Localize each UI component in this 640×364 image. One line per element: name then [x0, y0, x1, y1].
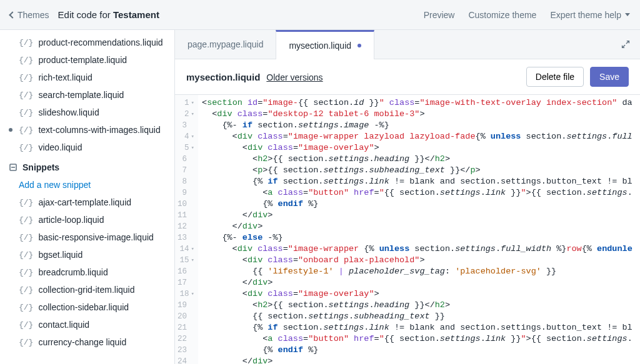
file-item[interactable]: {/}article-loop.liquid	[0, 211, 174, 229]
line-number: 19	[178, 300, 194, 311]
code-line[interactable]: {%- if section.settings.image -%}	[202, 120, 640, 131]
code-file-icon: {/}	[19, 56, 33, 65]
file-item[interactable]: {/}basic-responsive-image.liquid	[0, 229, 174, 246]
code-line[interactable]: <div class="onboard plax-placehold">	[202, 255, 640, 266]
tab-label: mysection.liquid	[289, 41, 351, 51]
code-line[interactable]: <div class="image-wrapper {% unless sect…	[202, 243, 640, 255]
code-line[interactable]: {{ 'lifestyle-1' | placeholder_svg_tag: …	[202, 266, 640, 277]
file-item[interactable]: {/}collection-sidebar.liquid	[0, 298, 174, 316]
file-item[interactable]: {/}ajax-cart-template.liquid	[0, 194, 174, 211]
code-body[interactable]: <section id="image-{{ section.id }}" cla…	[198, 95, 640, 364]
line-number: 10	[178, 199, 194, 210]
file-label: video.liquid	[38, 142, 82, 152]
file-item[interactable]: {/}text-columns-with-images.liquid	[0, 121, 174, 139]
snippets-label: Snippets	[22, 162, 59, 172]
line-number: 7	[178, 165, 194, 176]
file-label: article-loop.liquid	[38, 215, 104, 225]
code-line[interactable]: <a class="button" href="{{ section.setti…	[202, 187, 640, 199]
dirty-indicator-icon	[358, 44, 361, 47]
filebar: mysection.liquid Older versions Delete f…	[175, 59, 640, 95]
file-item[interactable]: {/}video.liquid	[0, 139, 174, 156]
add-snippet-link[interactable]: Add a new snippet	[0, 176, 174, 194]
file-label: breadcrumb.liquid	[38, 267, 108, 277]
code-line[interactable]: </div>	[202, 221, 640, 232]
file-item[interactable]: {/}product-template.liquid	[0, 51, 174, 69]
code-line[interactable]: {% endif %}	[202, 345, 640, 356]
line-number: 9	[178, 187, 194, 199]
file-item[interactable]: {/}rich-text.liquid	[0, 69, 174, 86]
file-label: ajax-cart-template.liquid	[38, 197, 131, 207]
code-line[interactable]: <div class="image-overlay">	[202, 288, 640, 300]
line-number: 24	[178, 356, 194, 364]
code-line[interactable]: <h2>{{ section.settings.heading }}</h2>	[202, 154, 640, 165]
filebar-right: Delete file Save	[526, 67, 629, 87]
expert-help-dropdown[interactable]: Expert theme help	[550, 10, 630, 20]
save-button[interactable]: Save	[590, 67, 629, 87]
line-number: 16	[178, 266, 194, 277]
customize-link[interactable]: Customize theme	[468, 10, 536, 20]
code-line[interactable]: <section id="image-{{ section.id }}" cla…	[202, 97, 640, 109]
code-line[interactable]: <div class="image-overlay">	[202, 142, 640, 154]
delete-file-button[interactable]: Delete file	[526, 67, 584, 87]
sidebar[interactable]: {/}product-recommendations.liquid{/}prod…	[0, 30, 175, 364]
tab[interactable]: mysection.liquid	[276, 30, 374, 59]
code-line[interactable]: {% endif %}	[202, 199, 640, 210]
code-line[interactable]: <div class="image-wrapper lazyload lazyl…	[202, 131, 640, 142]
snippets-header[interactable]: Snippets	[0, 156, 174, 176]
fold-icon[interactable]: ▾	[191, 142, 194, 154]
topbar-right: Preview Customize theme Expert theme hel…	[424, 10, 630, 20]
code-file-icon: {/}	[19, 38, 33, 47]
fold-icon[interactable]: ▾	[191, 109, 194, 120]
file-item[interactable]: {/}contact.liquid	[0, 316, 174, 333]
code-editor[interactable]: 1▾2▾34▾5▾67891011121314▾15▾161718▾192021…	[175, 95, 640, 364]
code-file-icon: {/}	[19, 215, 33, 225]
code-line[interactable]: <a class="button" href="{{ section.setti…	[202, 333, 640, 345]
line-number: 22	[178, 333, 194, 345]
preview-link[interactable]: Preview	[424, 10, 455, 20]
file-item[interactable]: {/}slideshow.liquid	[0, 104, 174, 121]
line-number: 1▾	[178, 97, 194, 109]
line-number: 6	[178, 154, 194, 165]
code-line[interactable]: {%- else -%}	[202, 232, 640, 243]
collapse-icon	[9, 163, 18, 172]
line-number: 21	[178, 322, 194, 333]
file-label: collection-grid-item.liquid	[38, 285, 134, 295]
code-line[interactable]: </div>	[202, 356, 640, 364]
code-line[interactable]: </div>	[202, 210, 640, 221]
tab-label: page.mypage.liquid	[188, 39, 263, 49]
expert-help-label: Expert theme help	[550, 10, 621, 20]
file-label: slideshow.liquid	[38, 107, 99, 117]
code-line[interactable]: {% if section.settings.link != blank and…	[202, 322, 640, 333]
file-item[interactable]: {/}currency-change liquid	[0, 333, 174, 351]
code-line[interactable]: </div>	[202, 277, 640, 288]
file-item[interactable]: {/}product-recommendations.liquid	[0, 34, 174, 51]
fold-icon[interactable]: ▾	[191, 243, 194, 255]
fold-icon[interactable]: ▾	[191, 255, 194, 266]
file-item[interactable]: {/}bgset.liquid	[0, 246, 174, 263]
code-line[interactable]: {{ section.settings.subheading_text }}	[202, 311, 640, 322]
code-line[interactable]: <p>{{ section.settings.subheading_text }…	[202, 165, 640, 176]
fold-icon[interactable]: ▾	[191, 97, 194, 109]
file-item[interactable]: {/}collection-grid-item.liquid	[0, 281, 174, 298]
code-line[interactable]: <div class="desktop-12 tablet-6 mobile-3…	[202, 109, 640, 120]
file-item[interactable]: {/}breadcrumb.liquid	[0, 263, 174, 281]
code-line[interactable]: <h2>{{ section.settings.heading }}</h2>	[202, 300, 640, 311]
fold-icon[interactable]: ▾	[191, 131, 194, 142]
back-link[interactable]: Themes	[10, 10, 49, 20]
expand-button[interactable]	[611, 30, 640, 59]
editor: page.mypage.liquidmysection.liquid mysec…	[175, 30, 640, 364]
topbar-left: Themes Edit code for Testament	[10, 9, 159, 20]
fold-icon[interactable]: ▾	[191, 288, 194, 300]
code-line[interactable]: {% if section.settings.link != blank and…	[202, 176, 640, 187]
tabs: page.mypage.liquidmysection.liquid	[175, 30, 640, 59]
code-file-icon: {/}	[19, 338, 33, 347]
code-file-icon: {/}	[19, 233, 33, 242]
file-label: bgset.liquid	[38, 250, 82, 260]
line-number: 4▾	[178, 131, 194, 142]
line-number: 17	[178, 277, 194, 288]
line-number: 11	[178, 210, 194, 221]
older-versions-link[interactable]: Older versions	[266, 72, 322, 82]
tab-spacer	[374, 30, 611, 59]
tab[interactable]: page.mypage.liquid	[175, 30, 276, 59]
file-item[interactable]: {/}search-template.liquid	[0, 86, 174, 104]
